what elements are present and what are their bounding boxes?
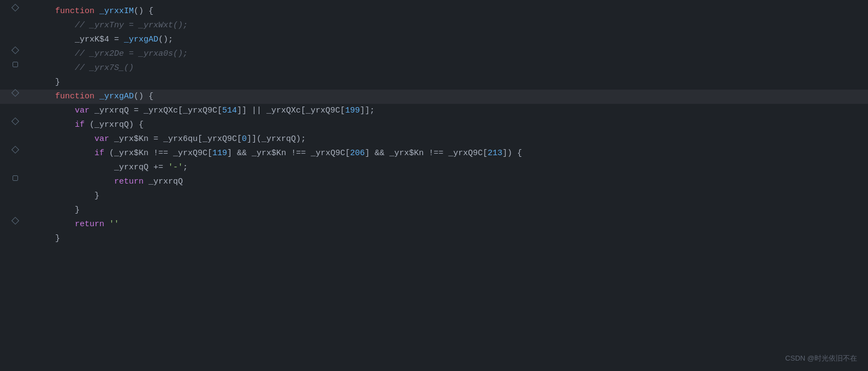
gutter-icon [13, 62, 18, 67]
token [35, 21, 75, 30]
code-line: // _yrxTny = _yrxWxt(); [0, 19, 868, 33]
code-content: if (_yrxrqQ) { [30, 119, 868, 132]
token: _yrx$Kn = _yrx6qu[_yrxQ9C[ [109, 134, 242, 144]
gutter-cell [0, 5, 30, 10]
token: _yrxrqQ = _yrxQXc[_yrxQ9C[ [90, 106, 222, 115]
gutter-cell [0, 48, 30, 53]
token: ]]; [360, 106, 374, 115]
code-content: } [30, 76, 868, 89]
code-line: } [0, 232, 868, 246]
token: ]) { [502, 149, 522, 158]
token: 213 [487, 149, 502, 158]
gutter-icon [11, 217, 19, 225]
token: _yrxrqQ [144, 177, 183, 186]
token: } [35, 191, 99, 201]
gutter-icon [11, 89, 19, 97]
token [35, 7, 55, 16]
token: if [94, 149, 104, 158]
code-line: return _yrxrqQ [0, 175, 868, 189]
token: ] && _yrx$Kn !== _yrxQ9C[ [227, 149, 350, 158]
token: '-' [168, 163, 183, 172]
token: return [114, 177, 144, 186]
gutter-icon [11, 4, 19, 11]
token: ] && _yrx$Kn !== _yrxQ9C[ [365, 149, 487, 158]
code-line: } [0, 189, 868, 203]
token: } [35, 234, 60, 243]
token: 0 [242, 134, 247, 144]
code-content: } [30, 204, 868, 217]
token: function [55, 92, 94, 101]
token: // _yrx7S_() [75, 63, 134, 73]
code-content: var _yrx$Kn = _yrx6qu[_yrxQ9C[0]](_yrxrq… [30, 133, 868, 146]
code-line: } [0, 75, 868, 90]
gutter-cell [0, 90, 30, 96]
token: _yrxK$4 [75, 35, 109, 44]
token: () { [134, 92, 153, 101]
token [35, 134, 94, 144]
gutter-cell [0, 62, 30, 67]
gutter-icon [11, 46, 19, 54]
code-line: _yrxK$4 = _yrxgAD(); [0, 33, 868, 47]
token [94, 92, 99, 101]
code-line: // _yrx2De = _yrxa0s(); [0, 47, 868, 61]
gutter-cell [0, 119, 30, 124]
token: 206 [350, 149, 365, 158]
code-content: } [30, 190, 868, 203]
token: _yrxgAD [99, 92, 134, 101]
token [35, 163, 114, 172]
code-line: // _yrx7S_() [0, 61, 868, 75]
token [94, 7, 99, 16]
watermark-text: CSDN @时光依旧不在 [785, 353, 857, 364]
code-line: _yrxrqQ += '-'; [0, 161, 868, 175]
gutter-cell [0, 147, 30, 152]
token: // _yrx2De = _yrxa0s(); [75, 49, 188, 58]
token: () { [134, 7, 153, 16]
code-content: // _yrxTny = _yrxWxt(); [30, 19, 868, 32]
token: ]] || _yrxQXc[_yrxQ9C[ [237, 106, 345, 115]
token [35, 106, 75, 115]
token [35, 220, 75, 229]
token [104, 220, 109, 229]
code-line: function _yrxgAD() { [0, 90, 868, 104]
token [35, 92, 55, 101]
gutter-icon [11, 146, 19, 154]
code-line: } [0, 203, 868, 217]
code-line: if (_yrxrqQ) { [0, 118, 868, 132]
token: // _yrxTny = _yrxWxt(); [75, 21, 188, 30]
token: ; [183, 163, 188, 172]
code-editor: function _yrxxIM() { // _yrxTny = _yrxWx… [0, 0, 868, 250]
gutter-cell [0, 218, 30, 223]
code-content: _yrxrqQ += '-'; [30, 161, 868, 174]
token: (); [158, 35, 173, 44]
token: ]](_yrxrqQ); [247, 134, 306, 144]
token: 199 [345, 106, 360, 115]
code-content: return '' [30, 218, 868, 231]
token: (_yrx$Kn !== _yrxQ9C[ [104, 149, 212, 158]
code-content: if (_yrx$Kn !== _yrxQ9C[119] && _yrx$Kn … [30, 147, 868, 160]
token [35, 63, 75, 73]
gutter-icon [11, 117, 19, 125]
code-content: _yrxK$4 = _yrxgAD(); [30, 33, 868, 46]
token: var [94, 134, 109, 144]
token: 119 [212, 149, 227, 158]
token: var [75, 106, 90, 115]
code-line: var _yrx$Kn = _yrx6qu[_yrxQ9C[0]](_yrxrq… [0, 132, 868, 146]
token: 514 [222, 106, 237, 115]
token: _yrxrqQ += [114, 163, 168, 172]
token: } [35, 205, 80, 215]
code-line: return '' [0, 217, 868, 232]
token: = [109, 35, 124, 44]
token: (_yrxrqQ) { [85, 120, 144, 129]
code-content: function _yrxgAD() { [30, 90, 868, 103]
token [35, 49, 75, 58]
code-content: var _yrxrqQ = _yrxQXc[_yrxQ9C[514]] || _… [30, 104, 868, 117]
token: function [55, 7, 94, 16]
token [35, 177, 114, 186]
token [35, 120, 75, 129]
code-line: var _yrxrqQ = _yrxQXc[_yrxQ9C[514]] || _… [0, 104, 868, 118]
token: } [35, 78, 60, 87]
gutter-icon [13, 175, 18, 181]
token [35, 35, 75, 44]
code-content: return _yrxrqQ [30, 175, 868, 189]
code-content: // _yrx7S_() [30, 62, 868, 75]
